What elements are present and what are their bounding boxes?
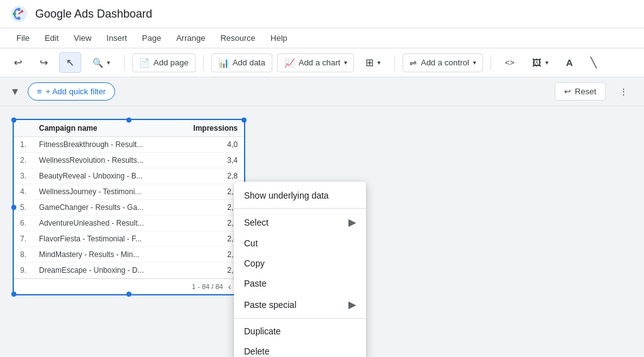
control-arrow-icon: ▾ xyxy=(473,59,476,66)
menu-item-delete[interactable]: Delete xyxy=(234,341,366,357)
data-table: Campaign name Impressions 1. FitnessBrea… xyxy=(14,120,244,278)
menu-item-copy[interactable]: Copy xyxy=(234,253,366,273)
menu-file[interactable]: File xyxy=(10,31,36,45)
delete-label: Delete xyxy=(244,346,269,356)
table-row: 2. WellnessRevolution - Results... 3,4 xyxy=(14,153,244,168)
menu-bar: File Edit View Insert Page Arrange Resou… xyxy=(0,28,644,48)
menu-view[interactable]: View xyxy=(67,31,97,45)
menu-item-select[interactable]: Select ▶ xyxy=(234,211,366,233)
row-num: 1. xyxy=(14,137,33,153)
table-row: 1. FitnessBreakthrough - Result... 4,0 xyxy=(14,137,244,153)
undo-button[interactable]: ↩ xyxy=(8,53,28,72)
add-control-button[interactable]: ⇌ Add a control ▾ xyxy=(402,53,483,72)
menu-page[interactable]: Page xyxy=(136,31,167,45)
svg-point-3 xyxy=(13,13,16,16)
menu-arrange[interactable]: Arrange xyxy=(170,31,211,45)
add-chart-icon: 📈 xyxy=(284,58,295,68)
context-menu: Show underlying data Select ▶ Cut Copy P… xyxy=(234,182,366,357)
menu-edit[interactable]: Edit xyxy=(38,31,65,45)
filter-plus-icon: ≡ xyxy=(37,87,42,96)
row-campaign: AdventureUnleashed - Result... xyxy=(33,216,175,231)
add-quick-filter-button[interactable]: ≡ + Add quick filter xyxy=(28,82,115,101)
table-header-num xyxy=(14,120,33,137)
image-icon: 🖼 xyxy=(532,57,541,68)
text-button[interactable]: A xyxy=(560,53,579,72)
row-campaign: FlavorFiesta - Testimonial - F... xyxy=(33,231,175,247)
code-button[interactable]: <> xyxy=(499,54,521,71)
canvas: Campaign name Impressions 1. FitnessBrea… xyxy=(0,106,644,357)
select-tool-button[interactable]: ↖ xyxy=(59,52,81,73)
zoom-icon: 🔍 xyxy=(92,58,103,68)
copy-label: Copy xyxy=(244,258,265,268)
pagination-prev-button[interactable]: ‹ xyxy=(228,282,231,292)
resize-handle-top-left[interactable] xyxy=(11,118,16,123)
add-data-label: Add data xyxy=(233,58,265,67)
resize-handle-bottom-left[interactable] xyxy=(11,292,16,297)
menu-insert[interactable]: Insert xyxy=(100,31,133,45)
row-num: 4. xyxy=(14,184,33,200)
more-options-button[interactable]: ⋮ xyxy=(613,83,634,100)
row-impressions: 3,4 xyxy=(175,153,244,168)
text-icon: A xyxy=(566,57,573,68)
row-campaign: FitnessBreakthrough - Result... xyxy=(33,137,175,153)
table-header-campaign: Campaign name xyxy=(33,120,175,137)
image-button[interactable]: 🖼 ▾ xyxy=(526,53,555,72)
redo-button[interactable]: ↪ xyxy=(33,53,54,72)
context-menu-divider-1 xyxy=(234,208,366,209)
row-campaign: WellnessRevolution - Results... xyxy=(33,153,175,168)
add-data-icon: 📊 xyxy=(218,58,229,68)
chart-type-button[interactable]: ⊞ ▾ xyxy=(359,53,387,72)
add-filter-label: + Add quick filter xyxy=(45,87,106,96)
menu-resource[interactable]: Resource xyxy=(214,31,262,45)
select-label: Select xyxy=(244,217,269,228)
menu-item-paste-special[interactable]: Paste special ▶ xyxy=(234,294,366,316)
resize-handle-top-middle[interactable] xyxy=(126,118,131,123)
filter-icon: ▼ xyxy=(10,86,20,97)
add-control-icon: ⇌ xyxy=(409,58,417,68)
line-button[interactable]: ╲ xyxy=(584,53,603,72)
data-table-container: Campaign name Impressions 1. FitnessBrea… xyxy=(13,119,245,295)
reset-button[interactable]: ↩ Reset xyxy=(555,82,606,101)
reset-label: Reset xyxy=(575,87,596,96)
menu-help[interactable]: Help xyxy=(264,31,294,45)
zoom-button[interactable]: 🔍 ▾ xyxy=(86,54,116,72)
table-row: 7. FlavorFiesta - Testimonial - F... 2,4 xyxy=(14,231,244,247)
row-num: 2. xyxy=(14,153,33,168)
resize-handle-middle-left[interactable] xyxy=(11,205,16,210)
resize-handle-top-right[interactable] xyxy=(242,118,247,123)
row-num: 8. xyxy=(14,247,33,263)
row-num: 5. xyxy=(14,200,33,216)
add-chart-label: Add a chart xyxy=(299,58,341,67)
toolbar-divider-2 xyxy=(203,55,204,70)
pagination-text: 1 - 84 / 84 xyxy=(192,283,223,290)
row-campaign: GameChanger - Results - Ga... xyxy=(33,200,175,216)
add-page-button[interactable]: 📄 Add page xyxy=(132,53,196,72)
row-campaign: MindMastery - Results - Min... xyxy=(33,247,175,263)
code-icon: <> xyxy=(505,58,514,67)
chart-dropdown-icon: ▾ xyxy=(344,59,347,66)
row-num: 6. xyxy=(14,216,33,231)
add-data-button[interactable]: 📊 Add data xyxy=(211,53,272,72)
cut-label: Cut xyxy=(244,238,258,248)
resize-handle-bottom-middle[interactable] xyxy=(126,292,131,297)
table-row: 5. GameChanger - Results - Ga... 2,6 xyxy=(14,200,244,216)
add-chart-button[interactable]: 📈 Add a chart ▾ xyxy=(277,53,355,72)
image-arrow: ▾ xyxy=(545,59,548,66)
toolbar-divider-4 xyxy=(491,55,491,70)
paste-special-label: Paste special xyxy=(244,300,296,310)
line-icon: ╲ xyxy=(591,57,597,69)
table-row: 4. WellnessJourney - Testimoni... 2,7 xyxy=(14,184,244,200)
svg-point-4 xyxy=(21,10,23,13)
reset-icon: ↩ xyxy=(564,87,571,96)
menu-item-cut[interactable]: Cut xyxy=(234,233,366,253)
menu-item-duplicate[interactable]: Duplicate xyxy=(234,321,366,341)
add-control-label: Add a control xyxy=(421,58,469,67)
menu-item-paste[interactable]: Paste xyxy=(234,273,366,294)
toolbar-divider-1 xyxy=(124,55,125,70)
cursor-icon: ↖ xyxy=(66,57,74,69)
menu-item-show-data[interactable]: Show underlying data xyxy=(234,185,366,206)
undo-icon: ↩ xyxy=(14,57,22,69)
redo-icon: ↪ xyxy=(40,57,48,69)
row-campaign: WellnessJourney - Testimoni... xyxy=(33,184,175,200)
table-row: 9. DreamEscape - Unboxing - D... 2,1 xyxy=(14,263,244,278)
